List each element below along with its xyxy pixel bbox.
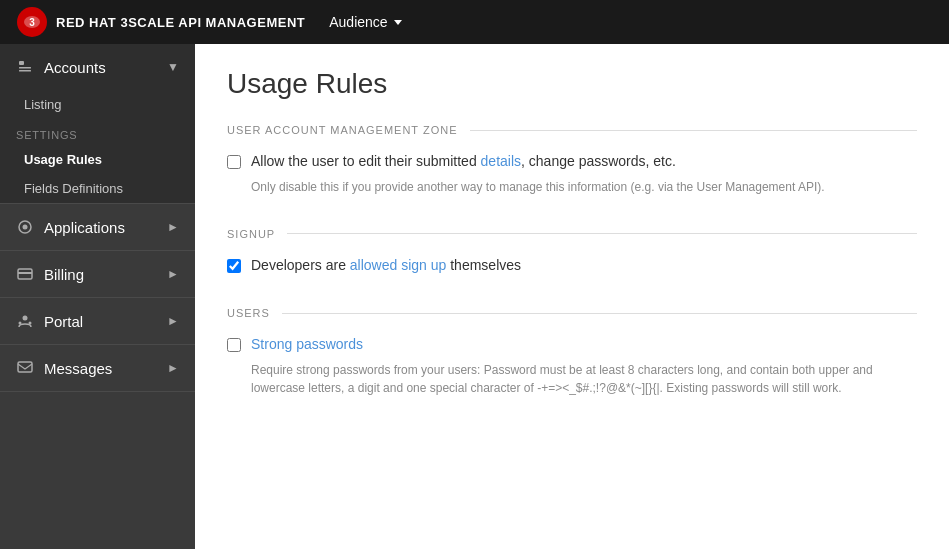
messages-icon-area: Messages [16, 359, 112, 377]
applications-chevron-icon: ► [167, 220, 179, 234]
portal-chevron-icon: ► [167, 314, 179, 328]
sidebar-section-accounts: Accounts ▼ Listing Settings Usage Rules … [0, 44, 195, 204]
checkbox1-label[interactable]: Allow the user to edit their submitted d… [251, 152, 676, 172]
sidebar-item-usage-rules[interactable]: Usage Rules [0, 145, 195, 174]
sidebar-item-portal[interactable]: Portal ► [0, 298, 195, 344]
sidebar: Accounts ▼ Listing Settings Usage Rules … [0, 44, 195, 549]
section1-divider [470, 130, 917, 131]
svg-rect-13 [18, 362, 32, 372]
checkbox1-hint: Only disable this if you provide another… [251, 178, 917, 196]
accounts-icon [16, 58, 34, 76]
billing-icon-area: Billing [16, 265, 84, 283]
page-title: Usage Rules [227, 68, 917, 100]
redhat-logo-icon: 3 [16, 6, 48, 38]
billing-label: Billing [44, 266, 84, 283]
sidebar-section-applications: Applications ► [0, 204, 195, 251]
sidebar-item-fields-definitions[interactable]: Fields Definitions [0, 174, 195, 203]
svg-point-7 [23, 225, 28, 230]
applications-icon-area: Applications [16, 218, 125, 236]
section-users: USERS Strong passwords Require strong pa… [227, 307, 917, 397]
strong-passwords-checkbox[interactable] [227, 338, 241, 352]
section3-header: USERS [227, 307, 917, 319]
section3-divider [282, 313, 917, 314]
sidebar-section-messages: Messages ► [0, 345, 195, 392]
checkbox1-row: Allow the user to edit their submitted d… [227, 152, 917, 172]
checkbox3-label[interactable]: Strong passwords [251, 335, 363, 355]
section-user-account-mgmt: USER ACCOUNT MANAGEMENT ZONE Allow the u… [227, 124, 917, 196]
main-content: Usage Rules USER ACCOUNT MANAGEMENT ZONE… [195, 44, 949, 549]
checkbox2-label[interactable]: Developers are allowed sign up themselve… [251, 256, 521, 276]
checkbox3-hint: Require strong passwords from your users… [251, 361, 917, 397]
sidebar-section-billing: Billing ► [0, 251, 195, 298]
svg-rect-4 [19, 67, 31, 69]
top-nav: 3 RED HAT 3SCALE API MANAGEMENT Audience [0, 0, 949, 44]
section-signup: SIGNUP Developers are allowed sign up th… [227, 228, 917, 276]
logo-area: 3 RED HAT 3SCALE API MANAGEMENT [16, 6, 305, 38]
sidebar-item-messages[interactable]: Messages ► [0, 345, 195, 391]
svg-rect-3 [19, 61, 24, 65]
top-nav-menu: Audience [329, 14, 401, 30]
svg-rect-5 [19, 70, 31, 72]
applications-label: Applications [44, 219, 125, 236]
section1-header: USER ACCOUNT MANAGEMENT ZONE [227, 124, 917, 136]
section2-header: SIGNUP [227, 228, 917, 240]
accounts-label: Accounts [44, 59, 106, 76]
audience-chevron-icon [394, 20, 402, 25]
settings-sub-label: Settings [0, 119, 195, 145]
messages-icon [16, 359, 34, 377]
accounts-sub-items: Listing Settings Usage Rules Fields Defi… [0, 90, 195, 203]
sidebar-item-accounts[interactable]: Accounts ▼ [0, 44, 195, 90]
sidebar-item-listing[interactable]: Listing [0, 90, 195, 119]
applications-icon [16, 218, 34, 236]
svg-text:3: 3 [29, 17, 35, 28]
section3-label: USERS [227, 307, 270, 319]
svg-point-10 [23, 316, 28, 321]
sidebar-item-billing[interactable]: Billing ► [0, 251, 195, 297]
messages-label: Messages [44, 360, 112, 377]
sidebar-item-applications[interactable]: Applications ► [0, 204, 195, 250]
billing-chevron-icon: ► [167, 267, 179, 281]
billing-icon [16, 265, 34, 283]
section2-label: SIGNUP [227, 228, 275, 240]
portal-icon-area: Portal [16, 312, 83, 330]
checkbox2-row: Developers are allowed sign up themselve… [227, 256, 917, 276]
portal-label: Portal [44, 313, 83, 330]
accounts-icon-area: Accounts [16, 58, 106, 76]
developers-signup-checkbox[interactable] [227, 259, 241, 273]
svg-point-12 [29, 322, 32, 325]
portal-icon [16, 312, 34, 330]
audience-menu[interactable]: Audience [329, 14, 401, 30]
allow-edit-checkbox[interactable] [227, 155, 241, 169]
accounts-chevron-icon: ▼ [167, 60, 179, 74]
svg-rect-9 [18, 272, 32, 274]
sidebar-section-portal: Portal ► [0, 298, 195, 345]
brand-text: RED HAT 3SCALE API MANAGEMENT [56, 15, 305, 30]
checkbox3-row: Strong passwords [227, 335, 917, 355]
main-layout: Accounts ▼ Listing Settings Usage Rules … [0, 44, 949, 549]
messages-chevron-icon: ► [167, 361, 179, 375]
svg-point-11 [19, 322, 22, 325]
section1-label: USER ACCOUNT MANAGEMENT ZONE [227, 124, 458, 136]
section2-divider [287, 233, 917, 234]
